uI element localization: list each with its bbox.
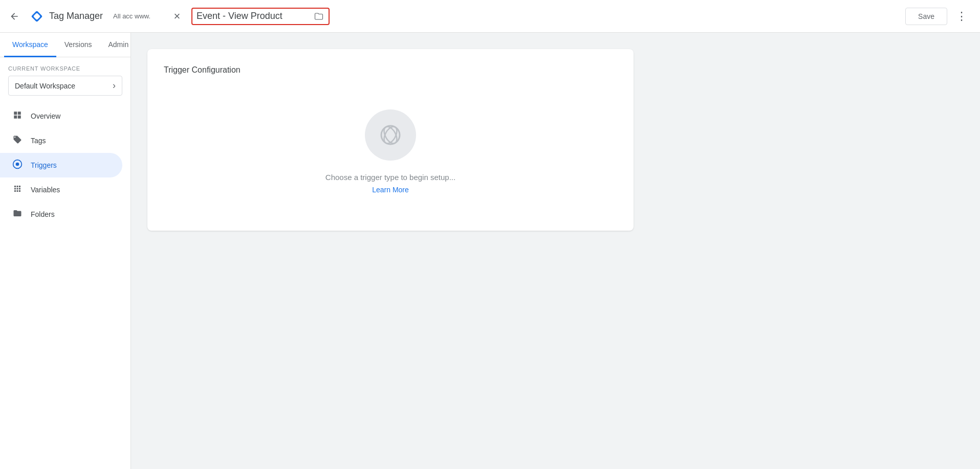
sidebar-item-triggers[interactable]: Triggers	[0, 153, 122, 177]
workspace-section-label: CURRENT WORKSPACE	[8, 65, 122, 72]
trigger-icon-circle	[365, 109, 416, 161]
trigger-name-wrapper	[191, 8, 330, 25]
trigger-empty-state: Choose a trigger type to begin setup... …	[164, 99, 617, 214]
trigger-name-input[interactable]	[197, 11, 309, 21]
close-button[interactable]: ×	[167, 6, 187, 27]
sidebar-item-tags[interactable]: Tags	[0, 128, 122, 153]
app-bar-left: Tag Manager All acc www.	[4, 6, 158, 27]
sidebar-item-label-triggers: Triggers	[31, 161, 57, 169]
chevron-right-icon: ›	[113, 80, 116, 91]
sidebar: Workspace Versions Admin CURRENT WORKSPA…	[0, 33, 131, 469]
main-layout: Workspace Versions Admin CURRENT WORKSPA…	[0, 33, 980, 469]
account-url: All acc www.	[113, 12, 150, 20]
sidebar-item-variables[interactable]: Variables	[0, 177, 122, 202]
back-button[interactable]	[4, 6, 25, 27]
save-button[interactable]: Save	[905, 8, 947, 25]
tab-versions[interactable]: Versions	[56, 33, 100, 57]
workspace-section: CURRENT WORKSPACE Default Workspace ›	[0, 57, 130, 100]
sidebar-item-overview[interactable]: Overview	[0, 104, 122, 128]
trigger-config-title: Trigger Configuration	[164, 65, 241, 75]
content-area: Trig Trigger Configuration Choose a trig…	[131, 33, 980, 469]
sidebar-item-label-folders: Folders	[31, 210, 55, 218]
sidebar-item-label-variables: Variables	[31, 186, 60, 194]
empty-state-text: Choose a trigger type to begin setup...	[325, 173, 455, 182]
sidebar-item-label-overview: Overview	[31, 112, 60, 120]
workspace-selector[interactable]: Default Workspace ›	[8, 76, 122, 96]
tags-icon	[12, 135, 23, 147]
workspace-name: Default Workspace	[15, 82, 75, 90]
trigger-header-actions: Save ⋮	[905, 6, 972, 27]
triggers-icon	[12, 159, 23, 172]
trigger-header: × Save ⋮	[159, 0, 980, 33]
logo	[29, 8, 45, 25]
folder-icon-button[interactable]	[313, 11, 324, 22]
svg-point-3	[16, 162, 19, 166]
nav-items: Overview Tags Triggers	[0, 100, 130, 231]
tab-workspace[interactable]: Workspace	[4, 33, 56, 57]
trigger-panel: Trigger Configuration Choose a trigger t…	[131, 33, 980, 469]
variables-icon	[12, 184, 23, 196]
folders-icon	[12, 209, 23, 220]
app-title: Tag Manager	[49, 11, 103, 21]
sidebar-item-folders[interactable]: Folders	[0, 202, 122, 227]
more-button[interactable]: ⋮	[951, 6, 972, 27]
sidebar-item-label-tags: Tags	[31, 137, 46, 145]
tab-bar: Workspace Versions Admin	[0, 33, 130, 57]
trigger-config-card: Trigger Configuration Choose a trigger t…	[147, 49, 634, 231]
learn-more-link[interactable]: Learn More	[372, 186, 409, 194]
overview-icon	[12, 110, 23, 122]
